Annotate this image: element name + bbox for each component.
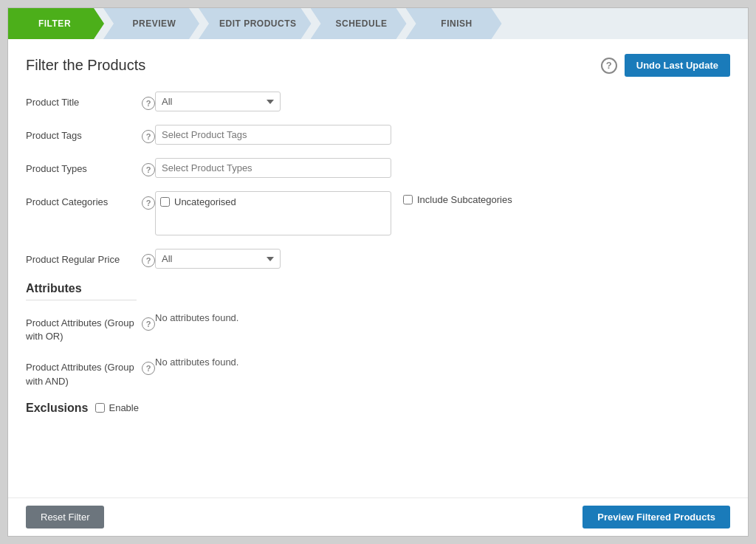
include-subcategories-checkbox[interactable] [403,195,413,204]
product-categories-help-icon[interactable]: ? [142,196,155,210]
wizard-step-finish[interactable]: FINISH [406,8,502,39]
product-categories-control: Uncategorised Include Subcategories [155,191,730,235]
attributes-and-value: No attributes found. [155,352,238,368]
wizard-step-preview[interactable]: PREVIEW [103,8,199,39]
include-subcategories-wrapper: Include Subcategories [403,191,512,205]
page-title: Filter the Products [26,57,145,74]
product-tags-input[interactable] [155,125,391,145]
product-price-select[interactable]: All Equal To Less Than Greater Than Betw… [155,249,281,269]
product-types-row: Product Types ? [26,158,730,178]
product-price-help-icon[interactable]: ? [142,254,155,267]
product-types-label: Product Types ? [26,158,155,176]
product-price-label: Product Regular Price ? [26,249,155,267]
product-tags-label: Product Tags ? [26,125,155,143]
product-title-select[interactable]: All Contains Starts With Ends With [155,92,281,111]
product-title-label: Product Title ? [26,92,155,110]
header-right: ? Undo Last Update [601,54,730,77]
exclusions-enable-text: Enable [109,402,138,413]
product-tags-control [155,125,730,145]
attributes-or-help-icon[interactable]: ? [142,317,155,331]
product-tags-help-icon[interactable]: ? [142,130,155,143]
attributes-or-row: Product Attributes (Group with OR) ? No … [26,312,730,343]
wizard-step-schedule[interactable]: SCHEDULE [311,8,407,39]
uncategorised-label: Uncategorised [174,196,236,207]
attributes-and-help-icon[interactable]: ? [142,362,155,375]
footer: Reset Filter Preview Filtered Products [8,497,748,536]
product-title-control: All Contains Starts With Ends With [155,92,730,111]
preview-filtered-products-button[interactable]: Preview Filtered Products [583,506,730,528]
product-price-control: All Equal To Less Than Greater Than Betw… [155,249,730,269]
product-categories-row: Product Categories ? Uncategorised Inclu… [26,191,730,235]
wizard-step-edit-products[interactable]: EDIT PRODUCTS [199,8,312,39]
uncategorised-checkbox[interactable] [160,197,170,207]
product-types-control [155,158,730,178]
content-area: Filter the Products ? Undo Last Update P… [8,39,748,497]
exclusions-enable-checkbox[interactable] [95,403,105,413]
product-tags-row: Product Tags ? [26,125,730,145]
attributes-heading: Attributes [26,282,730,295]
product-title-help-icon[interactable]: ? [142,97,155,110]
wizard-step-filter[interactable]: FILTER [8,8,104,39]
exclusions-row: Exclusions Enable [26,402,730,415]
help-icon[interactable]: ? [601,58,617,74]
product-title-row: Product Title ? All Contains Starts With… [26,92,730,111]
attributes-or-label: Product Attributes (Group with OR) ? [26,312,155,343]
attributes-divider [26,300,137,300]
exclusions-label: Exclusions [26,402,88,415]
main-container: FILTER PREVIEW EDIT PRODUCTS SCHEDULE FI… [7,7,749,537]
attributes-and-label: Product Attributes (Group with AND) ? [26,357,155,388]
product-categories-label: Product Categories ? [26,191,155,210]
attributes-or-value: No attributes found. [155,308,238,323]
attributes-or-control: No attributes found. [155,312,730,323]
product-types-help-icon[interactable]: ? [142,163,155,176]
form-section: Product Title ? All Contains Starts With… [26,92,730,486]
content-header: Filter the Products ? Undo Last Update [26,54,730,77]
undo-last-update-button[interactable]: Undo Last Update [625,54,730,77]
include-subcategories-label: Include Subcategories [417,194,512,205]
uncategorised-item: Uncategorised [160,195,386,209]
product-types-input[interactable] [155,158,391,178]
product-price-row: Product Regular Price ? All Equal To Les… [26,249,730,269]
attributes-and-row: Product Attributes (Group with AND) ? No… [26,357,730,388]
wizard-nav: FILTER PREVIEW EDIT PRODUCTS SCHEDULE FI… [8,8,748,39]
exclusions-enable-label[interactable]: Enable [95,402,138,413]
reset-filter-button[interactable]: Reset Filter [26,506,104,528]
attributes-and-control: No attributes found. [155,357,730,368]
product-categories-listbox[interactable]: Uncategorised [155,191,391,235]
attributes-section: Attributes Product Attributes (Group wit… [26,282,730,388]
